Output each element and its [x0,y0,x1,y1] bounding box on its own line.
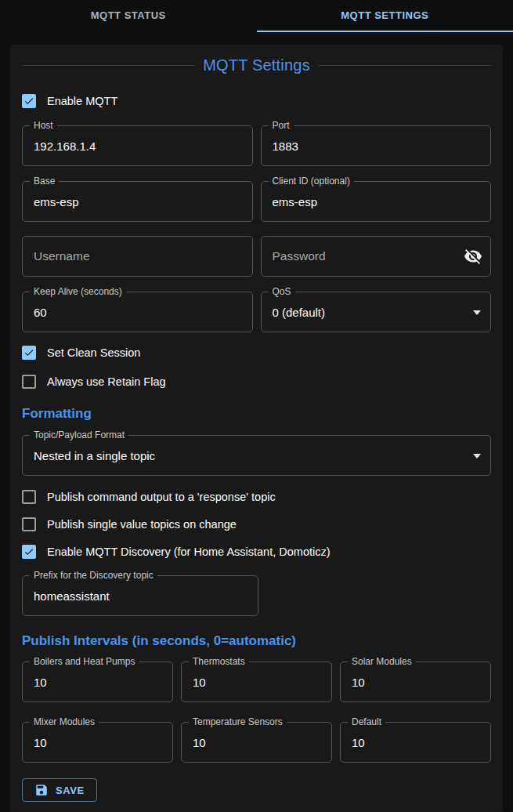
checkbox-label: Publish single value topics on change [47,518,237,531]
field-value: 1883 [273,140,298,153]
keepalive-qos-row: Keep Alive (seconds) 60 QoS 0 (default) [22,292,491,332]
field-value: 192.168.1.4 [34,140,96,153]
section-heading-intervals: Publish Intervals (in seconds, 0=automat… [22,633,491,651]
field-value: 10 [352,736,365,749]
checkbox-icon[interactable] [22,375,36,389]
tab-mqtt-status[interactable]: MQTT STATUS [0,0,257,32]
checkbox-clean-session[interactable]: Set Clean Session [22,343,491,362]
default-interval-field[interactable]: Default 10 [340,722,491,763]
field-placeholder: Username [34,249,90,263]
host-field[interactable]: Host 192.168.1.4 [22,125,253,166]
host-port-row: Host 192.168.1.4 Port 1883 [22,125,491,166]
field-value: 10 [193,736,206,749]
selected-value: 0 (default) [273,306,326,319]
field-label: Topic/Payload Format [30,430,128,440]
field-value: 10 [34,736,47,749]
field-label: Prefix for the Discovery topic [30,570,157,581]
intervals-row-2: Mixer Modules 10 Temperature Sensors 10 … [22,722,491,763]
checkbox-publish-single[interactable]: Publish single value topics on change [22,515,491,534]
field-value: 60 [34,306,47,319]
checkbox-icon[interactable] [22,545,36,559]
password-field[interactable]: Password [261,236,492,277]
field-label: Port [269,120,294,131]
field-value: ems-esp [273,195,318,208]
save-icon [34,783,49,797]
field-label: Thermostats [189,656,249,667]
checkbox-icon[interactable] [22,94,36,108]
field-label: Base [30,176,59,187]
field-label: Solar Modules [348,656,416,667]
qos-select[interactable]: QoS 0 (default) [261,292,492,332]
field-label: Client ID (optional) [269,176,354,187]
check-icon [23,546,34,558]
visibility-off-icon[interactable] [464,247,482,266]
field-label: QoS [269,286,295,297]
solar-interval-field[interactable]: Solar Modules 10 [340,662,491,702]
field-placeholder: Password [273,249,326,263]
credentials-row: Username Password [22,236,491,277]
checkbox-label: Enable MQTT [47,95,117,107]
field-value: 10 [352,676,365,689]
mixer-interval-field[interactable]: Mixer Modules 10 [22,722,173,763]
checkbox-icon[interactable] [22,517,36,531]
field-label: Keep Alive (seconds) [30,286,126,297]
topic-format-select[interactable]: Topic/Payload Format Nested in a single … [22,435,491,476]
section-heading-formatting: Formatting [22,406,491,423]
check-icon [23,95,34,107]
base-client-row: Base ems-esp Client ID (optional) ems-es… [22,181,491,222]
tab-bar: MQTT STATUS MQTT SETTINGS [0,0,513,32]
checkbox-icon[interactable] [22,346,36,360]
boilers-interval-field[interactable]: Boilers and Heat Pumps 10 [22,662,173,702]
checkbox-enable-mqtt[interactable]: Enable MQTT [22,92,491,111]
port-field[interactable]: Port 1883 [261,125,492,166]
checkbox-retain-flag[interactable]: Always use Retain Flag [22,372,491,391]
save-button[interactable]: SAVE [22,778,97,802]
tab-mqtt-settings[interactable]: MQTT SETTINGS [257,0,513,32]
checkbox-label: Enable MQTT Discovery (for Home Assistan… [47,546,331,558]
page-title: MQTT Settings [203,56,310,74]
caret-down-icon [473,310,481,319]
field-value: ems-esp [34,195,79,208]
checkbox-label: Set Clean Session [47,346,140,359]
field-label: Default [348,716,385,727]
checkbox-label: Publish command output to a 'response' t… [47,491,276,503]
base-field[interactable]: Base ems-esp [22,181,253,222]
save-button-label: SAVE [56,785,85,796]
field-label: Boilers and Heat Pumps [30,656,139,667]
keep-alive-field[interactable]: Keep Alive (seconds) 60 [22,292,253,332]
mqtt-settings-card: MQTT Settings Enable MQTT Host 192.168.1… [10,45,503,812]
username-field[interactable]: Username [22,236,253,277]
checkbox-icon[interactable] [22,490,36,504]
divider-right [318,65,491,66]
field-label: Host [30,120,57,131]
checkbox-mqtt-discovery[interactable]: Enable MQTT Discovery (for Home Assistan… [22,542,491,561]
divider-left [22,65,195,66]
selected-value: Nested in a single topic [34,449,155,462]
check-icon [23,346,34,359]
thermostats-interval-field[interactable]: Thermostats 10 [181,662,332,702]
client-id-field[interactable]: Client ID (optional) ems-esp [261,181,492,222]
page-title-row: MQTT Settings [22,56,491,74]
checkbox-publish-response[interactable]: Publish command output to a 'response' t… [22,488,491,506]
caret-down-icon [473,454,481,462]
intervals-row-1: Boilers and Heat Pumps 10 Thermostats 10… [22,662,491,702]
sensors-interval-field[interactable]: Temperature Sensors 10 [181,722,332,763]
field-label: Temperature Sensors [189,716,287,727]
checkbox-label: Always use Retain Flag [47,375,166,388]
discovery-prefix-field[interactable]: Prefix for the Discovery topic homeassis… [22,575,258,616]
field-value: 10 [34,676,47,689]
field-label: Mixer Modules [30,716,99,727]
field-value: homeassistant [34,589,110,603]
field-value: 10 [193,676,206,689]
